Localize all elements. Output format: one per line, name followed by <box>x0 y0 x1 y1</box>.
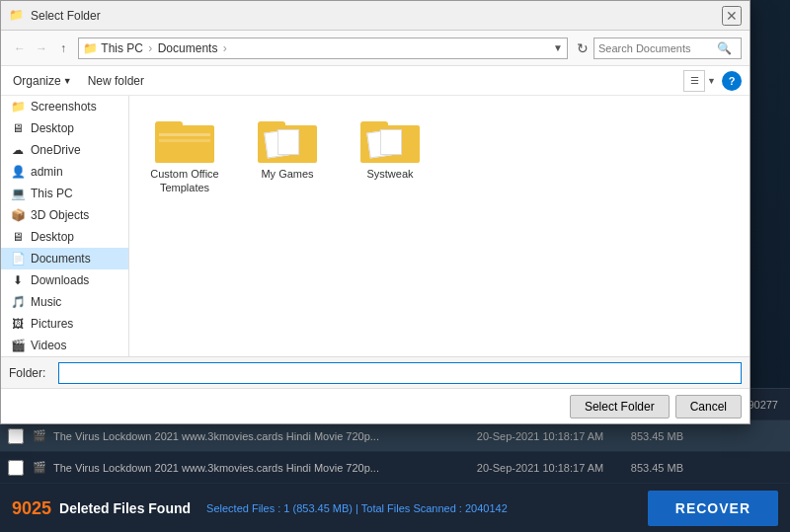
view-dropdown-icon[interactable]: ▼ <box>707 76 716 86</box>
sidebar-item-onedrive[interactable]: ☁ OneDrive <box>1 139 128 161</box>
recover-button[interactable]: RECOVER <box>648 491 778 526</box>
file-row[interactable]: 🎬 The Virus Lockdown 2021 www.3kmovies.c… <box>0 452 790 484</box>
new-folder-button[interactable]: New folder <box>84 72 148 90</box>
sidebar-label-music: Music <box>31 295 61 309</box>
file-type-icon: 🎬 <box>30 460 49 476</box>
file-row-date: 20-Sep-2021 10:18:17 AM <box>476 462 604 474</box>
up-button[interactable]: ↑ <box>52 38 74 59</box>
breadcrumb-sep1: › <box>145 41 156 55</box>
folder-label-my-games: My Games <box>261 167 313 181</box>
folder-icon-custom-office <box>155 115 214 163</box>
folder-custom-office[interactable]: Custom OfficeTemplates <box>145 112 224 199</box>
sidebar-label-onedrive: OneDrive <box>31 143 81 157</box>
sidebar-icon-desktop: 🖥 <box>9 120 27 136</box>
cancel-button[interactable]: Cancel <box>675 395 742 418</box>
folder-icon-my-games <box>258 115 317 163</box>
sidebar-item-screenshots[interactable]: 📁 Screenshots <box>1 96 128 117</box>
sidebar-icon-thispc: 💻 <box>9 186 27 201</box>
sidebar-item-documents[interactable]: 📄 Documents <box>1 248 128 269</box>
sidebar-item-videos[interactable]: 🎬 Videos <box>1 335 128 356</box>
file-row-size: 853.45 MB <box>604 430 683 442</box>
sidebar-icon-downloads: ⬇ <box>9 272 27 288</box>
folder-small-icon: 📁 <box>83 41 98 55</box>
folder-input-bar: Folder: <box>1 356 750 388</box>
folder-systweak[interactable]: Systweak <box>351 112 430 199</box>
total-label: | Total Files Scanned : <box>356 502 462 514</box>
search-box: 🔍 <box>593 38 742 59</box>
toolbar: ← → ↑ 📁 This PC › Documents › ▼ ↻ 🔍 <box>1 31 750 66</box>
folder-my-games[interactable]: My Games <box>248 112 327 199</box>
deleted-count: 9025 <box>12 498 51 519</box>
sidebar-item-desktop[interactable]: 🖥 Desktop <box>1 117 128 139</box>
breadcrumb-thispc: 📁 This PC <box>83 41 143 55</box>
folder-label: Folder: <box>9 366 58 380</box>
back-button[interactable]: ← <box>9 38 31 59</box>
select-folder-button[interactable]: Select Folder <box>570 395 670 418</box>
folder-input[interactable] <box>58 362 742 384</box>
file-row-checkbox[interactable] <box>8 428 24 444</box>
sidebar-item-desktop2[interactable]: 🖥 Desktop <box>1 226 128 248</box>
sidebar-label-downloads: Downloads <box>31 273 89 287</box>
sidebar-item-admin[interactable]: 👤 admin <box>1 161 128 183</box>
folder-title-icon: 📁 <box>9 8 25 24</box>
sidebar-item-thispc[interactable]: 💻 This PC <box>1 183 128 204</box>
sidebar-label-desktop: Desktop <box>31 121 74 135</box>
status-bar: 9025 Deleted Files Found Selected Files … <box>0 484 790 532</box>
sidebar-icon-videos: 🎬 <box>9 338 27 353</box>
organize-button[interactable]: Organize ▼ <box>9 72 76 90</box>
file-type-icon: 🎬 <box>30 428 49 444</box>
sidebar-label-videos: Videos <box>31 339 66 352</box>
breadcrumb-documents: Documents <box>158 41 218 55</box>
total-value: 2040142 <box>465 502 508 514</box>
sidebar-item-music[interactable]: 🎵 Music <box>1 291 128 313</box>
sidebar-label-admin: admin <box>31 165 63 179</box>
address-bar[interactable]: 📁 This PC › Documents › ▼ <box>78 38 568 59</box>
search-input[interactable] <box>598 42 717 54</box>
file-row-date: 20-Sep-2021 10:18:17 AM <box>476 430 604 442</box>
sidebar-label-desktop2: Desktop <box>31 230 74 244</box>
main-content: 📁 Screenshots 🖥 Desktop ☁ OneDrive 👤 adm… <box>1 96 750 356</box>
view-options: ☰ ▼ ? <box>683 70 742 92</box>
sidebar-label-thispc: This PC <box>31 187 73 200</box>
sidebar-label-screenshots: Screenshots <box>31 100 97 114</box>
sidebar-icon-3dobjects: 📦 <box>9 207 27 223</box>
view-list-button[interactable]: ☰ <box>683 70 705 92</box>
sidebar-label-documents: Documents <box>31 252 91 266</box>
file-row[interactable]: 🎬 The Virus Lockdown 2021 www.3kmovies.c… <box>0 420 790 452</box>
sidebar-icon-admin: 👤 <box>9 164 27 180</box>
sidebar-label-3dobjects: 3D Objects <box>31 208 89 222</box>
sidebar-item-3dobjects[interactable]: 📦 3D Objects <box>1 204 128 226</box>
dialog-title: Select Folder <box>31 9 722 23</box>
folder-label-custom-office: Custom OfficeTemplates <box>150 167 219 195</box>
title-bar: 📁 Select Folder ✕ <box>1 1 750 31</box>
selected-value: 1 (853.45 MB) <box>283 502 353 514</box>
selected-label: Selected Files : <box>206 502 280 514</box>
organize-dropdown-icon: ▼ <box>63 76 72 86</box>
sidebar-item-pictures[interactable]: 🖼 Pictures <box>1 313 128 335</box>
sidebar: 📁 Screenshots 🖥 Desktop ☁ OneDrive 👤 adm… <box>1 96 129 356</box>
folder-label-systweak: Systweak <box>366 167 413 181</box>
sidebar-item-downloads[interactable]: ⬇ Downloads <box>1 269 128 291</box>
forward-button[interactable]: → <box>31 38 52 59</box>
close-button[interactable]: ✕ <box>722 6 742 26</box>
file-row-size: 853.45 MB <box>604 462 683 474</box>
file-row-name: The Virus Lockdown 2021 www.3kmovies.car… <box>53 430 476 442</box>
deleted-label: Deleted Files Found <box>59 500 191 516</box>
breadcrumb-sep2: › <box>219 41 226 55</box>
sidebar-icon-screenshots: 📁 <box>9 99 27 114</box>
search-icon: 🔍 <box>717 41 732 55</box>
action-bar: Organize ▼ New folder ☰ ▼ ? <box>1 66 750 96</box>
address-dropdown-icon[interactable]: ▼ <box>553 42 563 53</box>
file-row-checkbox[interactable] <box>8 460 24 476</box>
sidebar-icon-documents: 📄 <box>9 251 27 266</box>
help-button[interactable]: ? <box>722 71 742 91</box>
refresh-button[interactable]: ↻ <box>572 38 593 59</box>
sidebar-icon-onedrive: ☁ <box>9 142 27 158</box>
sidebar-items: 📁 Screenshots 🖥 Desktop ☁ OneDrive 👤 adm… <box>1 96 128 356</box>
select-folder-dialog: 📁 Select Folder ✕ ← → ↑ 📁 This PC › Docu… <box>0 0 750 424</box>
file-row-name: The Virus Lockdown 2021 www.3kmovies.car… <box>53 462 476 474</box>
folder-icon-systweak <box>360 115 420 163</box>
sidebar-icon-pictures: 🖼 <box>9 316 27 332</box>
sidebar-icon-music: 🎵 <box>9 294 27 310</box>
sidebar-icon-desktop2: 🖥 <box>9 229 27 245</box>
